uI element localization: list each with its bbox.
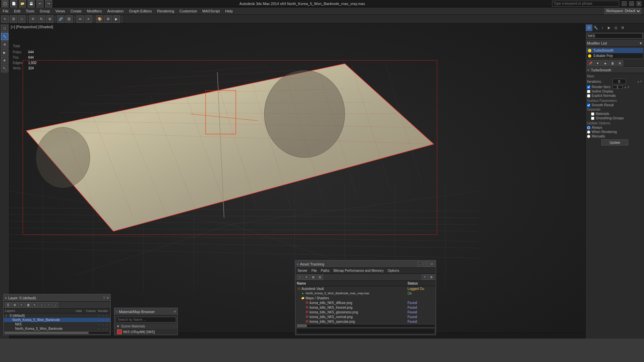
render-iters-spinner[interactable]: ▲▼ <box>624 85 630 89</box>
layer-close-btn[interactable]: ✕ <box>106 296 109 300</box>
layer-scrollbar[interactable] <box>4 331 110 334</box>
asset-btn1[interactable]: □ <box>297 275 303 280</box>
asset-row-specular[interactable]: 🖼 korea_bills_NK5_specular.png Found <box>296 319 436 324</box>
layer-row-nkbanknote2[interactable]: North_Korea_5_Won_Banknote – – – <box>4 326 110 331</box>
asset-settings-btn[interactable]: ⚙ <box>428 275 434 280</box>
asset-row-maxfile[interactable]: ■ North_Korea_5_Won_Banknote_max_vray.ma… <box>296 291 436 296</box>
menu-help[interactable]: Help <box>222 8 235 14</box>
turbosmooth-modifier[interactable]: TurboSmooth <box>587 48 643 53</box>
select-by-name-btn[interactable]: ☰ <box>10 15 17 23</box>
asset-btn3[interactable]: ⊞ <box>310 275 316 280</box>
mirror-btn[interactable]: ⇔ <box>76 15 84 23</box>
menu-rendering[interactable]: Rendering <box>155 8 177 14</box>
workspace-dropdown[interactable]: Workspace: Default <box>604 8 641 14</box>
asset-row-normal[interactable]: 🖼 korea_bills_NK5_normal.png Found <box>296 314 436 319</box>
asset-row-maps[interactable]: 📁 Maps / Shaders <box>296 296 436 300</box>
layer-scrollbar-thumb[interactable] <box>5 332 89 334</box>
new-btn[interactable]: 📄 <box>10 0 17 7</box>
menu-views[interactable]: Views <box>53 8 68 14</box>
menu-tools[interactable]: Tools <box>23 8 37 14</box>
asset-menu-bitmap[interactable]: Bitmap Performance and Memory <box>331 268 386 273</box>
redo-btn[interactable]: ↪ <box>45 0 52 7</box>
utilities-tab[interactable]: 🔨 <box>1 65 8 72</box>
menu-create[interactable]: Create <box>68 8 84 14</box>
rotate-btn[interactable]: ↻ <box>38 15 45 23</box>
manually-radio[interactable] <box>587 135 590 138</box>
editable-poly-bulb[interactable] <box>588 54 591 58</box>
asset-scrollbar-thumb[interactable] <box>297 324 307 327</box>
turbosmooth-bulb[interactable] <box>588 49 591 52</box>
asset-close-btn[interactable]: ✕ <box>430 262 434 266</box>
object-name-input[interactable] <box>587 33 643 39</box>
move-btn[interactable]: ✛ <box>29 15 37 23</box>
iterations-spinner[interactable]: ▲▼ <box>637 80 643 83</box>
minimize-btn[interactable]: – <box>622 1 627 6</box>
render-btn[interactable]: ▶ <box>113 15 120 23</box>
display-tab-icon[interactable]: ◎ <box>612 24 619 31</box>
when-rendering-radio[interactable] <box>587 130 590 134</box>
layer-up-btn[interactable]: ↑ <box>45 302 51 308</box>
material-editor-btn[interactable]: 🎨 <box>96 15 103 23</box>
close-btn[interactable]: ✕ <box>637 1 641 6</box>
isoline-checkbox[interactable] <box>587 90 590 93</box>
smoothing-groups-checkbox[interactable] <box>591 117 594 120</box>
save-btn[interactable]: 💾 <box>28 0 35 7</box>
layer-menu-btn[interactable]: ☰ <box>5 302 11 308</box>
layer-select-btn[interactable]: ↖ <box>32 302 38 308</box>
motion-tab-icon[interactable]: ▶ <box>606 24 612 31</box>
menu-group[interactable]: Group <box>37 8 53 14</box>
modify-tab-icon[interactable]: 🔧 <box>592 24 599 31</box>
align-btn[interactable]: ≡ <box>85 15 92 23</box>
menu-graph-editors[interactable]: Graph Editors <box>126 8 155 14</box>
explicit-normals-checkbox[interactable] <box>587 94 590 98</box>
motion-tab[interactable]: ▶ <box>1 49 8 56</box>
smooth-result-checkbox[interactable] <box>587 104 590 107</box>
asset-menu-paths[interactable]: Paths <box>319 268 332 273</box>
asset-menu-server[interactable]: Server <box>296 268 309 273</box>
undo-btn[interactable]: ↩ <box>36 0 44 7</box>
layer-row-0[interactable]: ✓ 0 (default) – – – <box>4 313 110 318</box>
layer-settings-btn[interactable]: ⚙ <box>12 302 18 308</box>
modify-tab[interactable]: 🔧 <box>1 33 8 40</box>
hierarchy-tab-icon[interactable]: ↕ <box>599 24 606 31</box>
make-unique-btn[interactable]: ◈ <box>602 60 608 66</box>
asset-menu-file[interactable]: File <box>309 268 319 273</box>
asset-row-glossiness[interactable]: 🖼 korea_bills_NK5_glossiness.png Found <box>296 310 436 314</box>
material-close-btn[interactable]: ✕ <box>173 310 176 313</box>
material-search-input[interactable] <box>116 317 176 322</box>
layer-move-btn[interactable]: ↕ <box>39 302 45 308</box>
render-setup-btn[interactable]: ⚙ <box>104 15 112 23</box>
scale-btn[interactable]: ⧉ <box>46 15 53 23</box>
editable-poly-modifier[interactable]: Editable Poly <box>587 53 643 59</box>
hierarchy-tab[interactable]: ⚙ <box>1 41 8 48</box>
asset-minimize-btn[interactable]: – <box>418 262 422 266</box>
show-end-btn[interactable]: ▼ <box>594 60 601 66</box>
layer-help-btn[interactable]: ? <box>103 296 105 300</box>
always-radio[interactable] <box>587 126 590 129</box>
modifier-list-dropdown-icon[interactable]: ▼ <box>639 41 643 45</box>
menu-maxscript[interactable]: MAXScript <box>200 8 222 14</box>
layer-row-nk5[interactable]: NK5 – – – <box>4 322 110 326</box>
asset-row-diffuse[interactable]: 🖼 korea_bills_NK5_diffuse.png Found <box>296 300 436 305</box>
asset-btn2[interactable]: ≡ <box>304 275 310 280</box>
menu-modifiers[interactable]: Modifiers <box>84 8 105 14</box>
maximize-btn[interactable]: □ <box>629 1 634 6</box>
asset-scrollbar-horizontal[interactable] <box>296 324 435 327</box>
asset-help-btn[interactable]: ? <box>422 275 428 280</box>
utilities-tab-icon[interactable]: ⚙ <box>619 24 626 31</box>
menu-edit[interactable]: Edit <box>11 8 23 14</box>
render-iters-input[interactable] <box>612 85 623 89</box>
menu-customize[interactable]: Customize <box>177 8 200 14</box>
layer-dn-btn[interactable]: ↓ <box>52 302 58 308</box>
pin-stack-btn[interactable]: 📌 <box>587 60 594 66</box>
remove-modifier-btn[interactable]: 🗑 <box>609 60 616 66</box>
turbosmoothsection-header[interactable]: ▼ TurboSmooth <box>586 67 644 73</box>
asset-row-vault[interactable]: ⬡ Autodesk Vault Logged Ou <box>296 286 436 291</box>
open-btn[interactable]: 📂 <box>19 0 26 7</box>
create-tab[interactable]: ⬡ <box>1 25 8 32</box>
render-iters-checkbox[interactable] <box>587 85 590 89</box>
menu-file[interactable]: File <box>0 8 11 14</box>
layer-add-btn[interactable]: + <box>18 302 24 308</box>
display-tab[interactable]: 👁 <box>1 57 8 64</box>
asset-btn4[interactable]: ⊟ <box>317 275 323 280</box>
